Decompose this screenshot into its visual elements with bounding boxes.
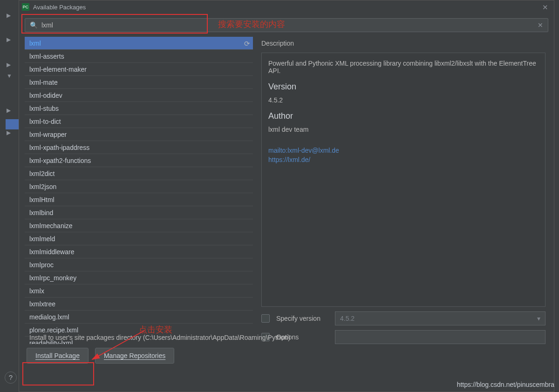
package-row[interactable]: lxml-element-maker — [25, 63, 253, 76]
app-icon: PC — [22, 3, 29, 11]
package-row[interactable]: lxmlHtml — [25, 193, 253, 206]
tree-expand-icon: ▶ — [7, 61, 19, 68]
package-row[interactable]: lxml2json — [25, 180, 253, 193]
chevron-down-icon: ▾ — [537, 315, 540, 322]
help-icon[interactable]: ? — [5, 372, 17, 384]
tree-expand-icon: ▶ — [7, 12, 19, 19]
search-box: 🔍 ✕ — [25, 18, 548, 32]
background-sidebar: ▶ ▶ ▶ ▼ ▶ ▶ ▶ — [0, 0, 19, 392]
reload-icon[interactable]: ⟳ — [244, 40, 250, 48]
package-row[interactable]: lxml — [25, 37, 253, 50]
package-row[interactable]: lxmlx — [25, 284, 253, 297]
package-detail-panel: Description Powerful and Pythonic XML pr… — [253, 37, 554, 344]
install-package-button[interactable]: Install Package — [27, 348, 89, 364]
package-summary: Powerful and Pythonic XML processing lib… — [268, 60, 539, 74]
search-row: 🔍 ✕ — [19, 14, 554, 37]
specify-version-row: Specify version 4.5.2 ▾ — [261, 311, 545, 325]
package-row[interactable]: lxmlproc — [25, 258, 253, 271]
tree-expand-icon: ▶ — [7, 36, 19, 43]
package-row[interactable]: lxml-mate — [25, 76, 253, 89]
watermark-text: https://blog.csdn.net/pinuscembra — [457, 381, 554, 388]
search-icon: 🔍 — [30, 21, 38, 29]
package-row[interactable]: lxml-to-dict — [25, 115, 253, 128]
package-row[interactable]: lxmlmiddleware — [25, 245, 253, 258]
package-list: ⟳ lxmllxml-assertslxml-element-makerlxml… — [25, 37, 253, 344]
specify-version-label: Specify version — [276, 315, 328, 322]
specify-version-checkbox[interactable] — [261, 314, 270, 323]
version-select-value: 4.5.2 — [340, 315, 354, 322]
version-value: 4.5.2 — [268, 96, 539, 104]
dialog-titlebar: PC Available Packages ✕ — [19, 0, 554, 14]
package-row[interactable]: lxml-xpath2-functions — [25, 154, 253, 167]
version-select[interactable]: 4.5.2 ▾ — [335, 311, 545, 325]
tree-expand-icon: ▶ — [7, 129, 19, 136]
version-heading: Version — [268, 82, 539, 92]
available-packages-dialog: PC Available Packages ✕ 🔍 ✕ ⟳ lxmllxml-a… — [19, 0, 554, 392]
package-row[interactable]: lxml-xpath-ipaddress — [25, 141, 253, 154]
package-row[interactable]: lxmlmeld — [25, 232, 253, 245]
install-to-user-dir-row: Install to user's site packages director… — [25, 334, 548, 341]
description-text: Powerful and Pythonic XML processing lib… — [261, 53, 545, 307]
selected-bg-item — [6, 119, 19, 129]
description-label: Description — [261, 40, 545, 47]
package-row[interactable]: lxml-asserts — [25, 50, 253, 63]
package-row[interactable]: lxmlrpc_monkey — [25, 271, 253, 284]
clear-search-icon[interactable]: ✕ — [538, 21, 543, 29]
author-heading: Author — [268, 111, 539, 121]
package-row[interactable]: lxmlxtree — [25, 297, 253, 311]
search-input[interactable] — [41, 21, 538, 29]
tree-expand-icon: ▼ — [7, 73, 19, 79]
package-row[interactable]: lxml-wrapper — [25, 128, 253, 141]
package-row[interactable]: lxml2dict — [25, 167, 253, 180]
package-row[interactable]: lxml-odidev — [25, 89, 253, 102]
close-icon[interactable]: ✕ — [542, 3, 548, 12]
package-row[interactable]: lxmlmechanize — [25, 219, 253, 232]
install-user-dir-label: Install to user's site packages director… — [29, 334, 290, 341]
tree-expand-icon: ▶ — [7, 107, 19, 114]
package-row[interactable]: lxmlbind — [25, 206, 253, 219]
author-value: lxml dev team — [268, 126, 539, 133]
package-row[interactable]: lxml-stubs — [25, 102, 253, 115]
dialog-title: Available Packages — [33, 4, 86, 11]
mailto-link[interactable]: mailto:lxml-dev@lxml.de — [268, 146, 539, 155]
homepage-link[interactable]: https://lxml.de/ — [268, 155, 539, 165]
package-row[interactable]: medialog.lxml — [25, 311, 253, 324]
manage-repositories-button[interactable]: Manage Repositories — [95, 348, 174, 364]
